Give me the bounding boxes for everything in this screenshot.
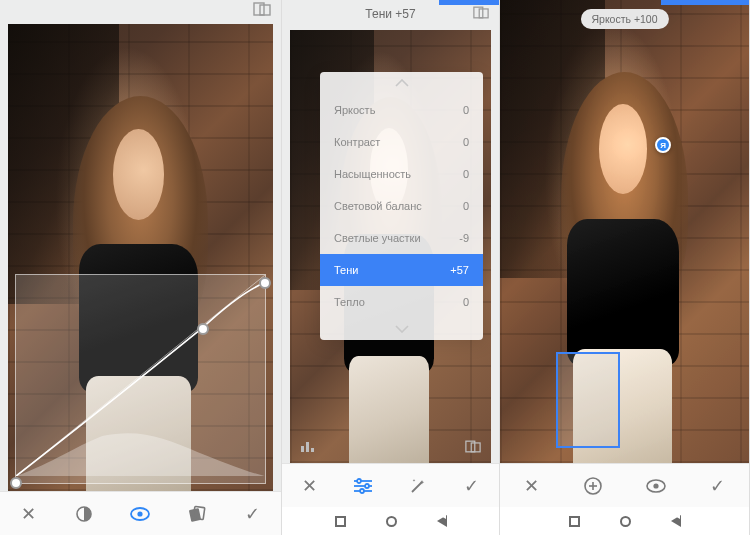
slider-shadows[interactable]: Тени +57 [320,254,483,286]
control-point[interactable]: Я [655,137,671,153]
panel-tune: Тени +57 Яркость 0 Контра [282,0,500,535]
panel-selective: Яркость +100 Я ✕ ✓ [500,0,750,535]
svg-rect-1 [260,5,270,15]
curve-point-shadow[interactable] [10,477,22,489]
android-navbar [500,507,749,535]
toolbar-curves: ✕ ✓ [0,491,281,535]
toolbar-selective: ✕ ✓ [500,463,749,507]
panel-curves: ✕ ✓ [0,0,282,535]
compare-icon[interactable] [473,6,489,19]
slider-value: +57 [450,264,469,276]
slider-label: Яркость [334,104,375,116]
current-param-label: Тени +57 [365,7,415,21]
auto-magic-icon[interactable] [403,471,433,501]
slider-label: Насыщенность [334,168,411,180]
chevron-down-icon[interactable] [320,318,483,340]
histogram-icon[interactable] [300,439,316,453]
nav-home-icon[interactable] [386,516,397,527]
panel1-topbar [0,0,281,24]
slider-menu[interactable]: Яркость 0 Контраст 0 Насыщенность 0 Свет… [320,72,483,340]
svg-point-5 [138,511,143,516]
apply-button[interactable]: ✓ [457,471,487,501]
slider-label: Тепло [334,296,365,308]
apply-button[interactable]: ✓ [703,471,733,501]
photo-canvas[interactable]: Яркость 0 Контраст 0 Насыщенность 0 Свет… [290,30,491,463]
curve-point-highlight[interactable] [259,277,271,289]
close-button[interactable]: ✕ [13,499,43,529]
slider-value: 0 [463,104,469,116]
panel2-topbar: Тени +57 [282,0,499,30]
close-button[interactable]: ✕ [516,471,546,501]
slider-warmth[interactable]: Тепло 0 [320,286,483,318]
slider-value: -9 [459,232,469,244]
slider-label: Световой баланс [334,200,422,212]
close-button[interactable]: ✕ [294,471,324,501]
toolbar-tune: ✕ ✓ [282,463,499,507]
slider-label: Тени [334,264,358,276]
slider-label: Контраст [334,136,380,148]
photo-canvas[interactable]: Яркость +100 Я [500,0,749,463]
slider-value: 0 [463,168,469,180]
channel-luminance-icon[interactable] [69,499,99,529]
view-icon[interactable] [641,471,671,501]
channel-styles-icon[interactable] [182,499,212,529]
svg-rect-10 [301,446,304,452]
svg-rect-12 [311,448,314,452]
chevron-up-icon[interactable] [320,72,483,94]
channel-rgb-icon[interactable] [125,499,155,529]
nav-back-icon[interactable] [671,515,681,527]
nav-recent-icon[interactable] [569,516,580,527]
value-indicator-bar [439,0,499,5]
slider-value: 0 [463,200,469,212]
slider-label: Светлые участки [334,232,421,244]
compare-icon[interactable] [465,440,481,453]
slider-saturation[interactable]: Насыщенность 0 [320,158,483,190]
svg-point-16 [357,479,361,483]
selection-region[interactable] [556,352,620,448]
add-point-icon[interactable] [578,471,608,501]
svg-rect-11 [306,442,309,452]
svg-point-18 [365,484,369,488]
curve-editor[interactable] [15,274,266,484]
svg-point-25 [653,483,658,488]
adjust-sliders-icon[interactable] [348,471,378,501]
slider-ambiance[interactable]: Световой баланс 0 [320,190,483,222]
nav-home-icon[interactable] [620,516,631,527]
nav-recent-icon[interactable] [335,516,346,527]
photo-canvas[interactable] [8,24,273,491]
svg-rect-14 [471,443,480,452]
svg-rect-9 [479,9,488,18]
slider-contrast[interactable]: Контраст 0 [320,126,483,158]
curve-point-mid[interactable] [197,323,209,335]
overlay-value-pill: Яркость +100 [580,9,668,29]
slider-brightness[interactable]: Яркость 0 [320,94,483,126]
slider-highlights[interactable]: Светлые участки -9 [320,222,483,254]
apply-button[interactable]: ✓ [238,499,268,529]
nav-back-icon[interactable] [437,515,447,527]
value-indicator-bar [661,0,749,5]
slider-value: 0 [463,296,469,308]
svg-point-20 [360,489,364,493]
compare-icon[interactable] [253,2,271,16]
android-navbar [282,507,499,535]
slider-value: 0 [463,136,469,148]
